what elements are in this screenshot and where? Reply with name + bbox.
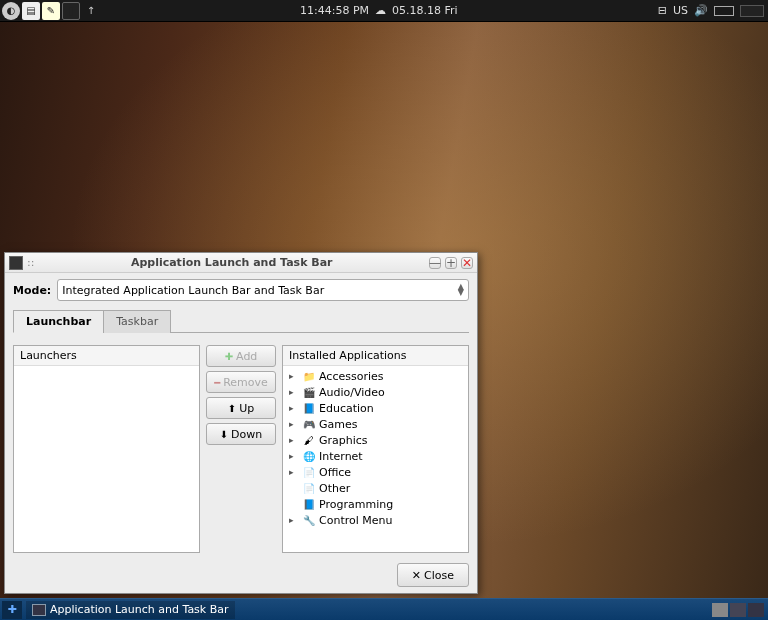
category-item[interactable]: 📘Programming — [287, 496, 464, 512]
category-item[interactable]: ▸📄Office — [287, 464, 464, 480]
category-item[interactable]: ▸🎮Games — [287, 416, 464, 432]
close-icon[interactable]: ✕ — [461, 257, 473, 269]
minus-icon: ━ — [214, 377, 220, 388]
category-icon: 🖌 — [302, 433, 316, 447]
category-label: Control Menu — [319, 514, 392, 527]
terminal-icon[interactable]: ▮ — [62, 2, 80, 20]
category-item[interactable]: ▸🔧Control Menu — [287, 512, 464, 528]
launchers-header: Launchers — [14, 346, 199, 366]
category-label: Office — [319, 466, 351, 479]
clock-date: 05.18.18 Fri — [392, 4, 458, 17]
tab-launchbar[interactable]: Launchbar — [13, 310, 104, 333]
category-icon: 📘 — [302, 497, 316, 511]
chevron-updown-icon: ▲▼ — [458, 284, 464, 296]
category-icon: 📘 — [302, 401, 316, 415]
workspace-icon[interactable] — [730, 603, 746, 617]
category-item[interactable]: ▸🎬Audio/Video — [287, 384, 464, 400]
category-label: Audio/Video — [319, 386, 385, 399]
mode-value: Integrated Application Launch Bar and Ta… — [62, 284, 324, 297]
menu-icon[interactable]: ◐ — [2, 2, 20, 20]
start-button[interactable]: ✚ — [2, 601, 22, 619]
category-item[interactable]: ▸📁Accessories — [287, 368, 464, 384]
battery-icon[interactable] — [714, 6, 734, 16]
category-icon: 🎮 — [302, 417, 316, 431]
category-icon: 📄 — [302, 481, 316, 495]
launchers-pane[interactable]: Launchers — [13, 345, 200, 553]
tree-arrow-icon: ▸ — [289, 371, 299, 381]
installed-header: Installed Applications — [283, 346, 468, 366]
title-prefix: :: — [27, 256, 34, 269]
category-icon: 🔧 — [302, 513, 316, 527]
category-icon: 🌐 — [302, 449, 316, 463]
tabs: Launchbar Taskbar — [13, 309, 469, 333]
maximize-button[interactable]: + — [445, 257, 457, 269]
mode-label: Mode: — [13, 284, 51, 297]
add-button[interactable]: ✚Add — [206, 345, 276, 367]
category-label: Games — [319, 418, 357, 431]
category-label: Programming — [319, 498, 393, 511]
taskbar-window-icon — [32, 604, 46, 616]
tree-arrow-icon: ▸ — [289, 419, 299, 429]
category-label: Graphics — [319, 434, 368, 447]
category-icon: 📁 — [302, 369, 316, 383]
window-title: Application Launch and Task Bar — [34, 256, 429, 269]
category-label: Internet — [319, 450, 363, 463]
tree-arrow-icon: ▸ — [289, 403, 299, 413]
remove-button[interactable]: ━Remove — [206, 371, 276, 393]
taskbar-item[interactable]: Application Launch and Task Bar — [26, 601, 235, 619]
category-label: Accessories — [319, 370, 383, 383]
dialog-window: :: Application Launch and Task Bar — + ✕… — [4, 252, 478, 594]
category-item[interactable]: ▸🖌Graphics — [287, 432, 464, 448]
tree-arrow-icon: ▸ — [289, 451, 299, 461]
category-label: Education — [319, 402, 374, 415]
keyboard-layout[interactable]: US — [673, 4, 688, 17]
down-button[interactable]: ⬇Down — [206, 423, 276, 445]
category-item[interactable]: ▸🌐Internet — [287, 448, 464, 464]
category-item[interactable]: 📄Other — [287, 480, 464, 496]
clock-time: 11:44:58 PM — [300, 4, 369, 17]
launchers-list[interactable] — [14, 366, 199, 370]
tab-taskbar[interactable]: Taskbar — [103, 310, 171, 333]
installed-pane[interactable]: Installed Applications ▸📁Accessories▸🎬Au… — [282, 345, 469, 553]
plus-icon: ✚ — [225, 351, 233, 362]
bottom-panel: ✚ Application Launch and Task Bar — [0, 598, 768, 620]
weather-icon: ☁ — [375, 4, 386, 17]
titlebar[interactable]: :: Application Launch and Task Bar — + ✕ — [5, 253, 477, 273]
show-desktop-icon[interactable] — [712, 603, 728, 617]
arrow-up-icon: ⬆ — [228, 403, 236, 414]
network-icon[interactable]: ⊟ — [658, 4, 667, 17]
arrow-down-icon: ⬇ — [220, 429, 228, 440]
category-label: Other — [319, 482, 350, 495]
tree-arrow-icon: ▸ — [289, 515, 299, 525]
category-tree[interactable]: ▸📁Accessories▸🎬Audio/Video▸📘Education▸🎮G… — [283, 366, 468, 530]
category-item[interactable]: ▸📘Education — [287, 400, 464, 416]
tree-arrow-icon: ▸ — [289, 387, 299, 397]
cpu-icon[interactable] — [740, 5, 764, 17]
category-icon: 📄 — [302, 465, 316, 479]
minimize-button[interactable]: — — [429, 257, 441, 269]
mode-select[interactable]: Integrated Application Launch Bar and Ta… — [57, 279, 469, 301]
x-icon: ✕ — [412, 569, 421, 582]
top-panel: ◐ ▤ ✎ ▮ ↑ 11:44:58 PM ☁ 05.18.18 Fri ⊟ U… — [0, 0, 768, 22]
window-icon — [9, 256, 23, 270]
tree-arrow-icon: ▸ — [289, 435, 299, 445]
up-button[interactable]: ⬆Up — [206, 397, 276, 419]
tree-arrow-icon: ▸ — [289, 467, 299, 477]
editor-icon[interactable]: ✎ — [42, 2, 60, 20]
arrow-up-icon[interactable]: ↑ — [82, 2, 100, 20]
taskbar-item-label: Application Launch and Task Bar — [50, 603, 229, 616]
workspace-switcher-icon[interactable] — [748, 603, 764, 617]
category-icon: 🎬 — [302, 385, 316, 399]
volume-icon[interactable]: 🔊 — [694, 4, 708, 17]
close-button[interactable]: ✕ Close — [397, 563, 469, 587]
filemanager-icon[interactable]: ▤ — [22, 2, 40, 20]
